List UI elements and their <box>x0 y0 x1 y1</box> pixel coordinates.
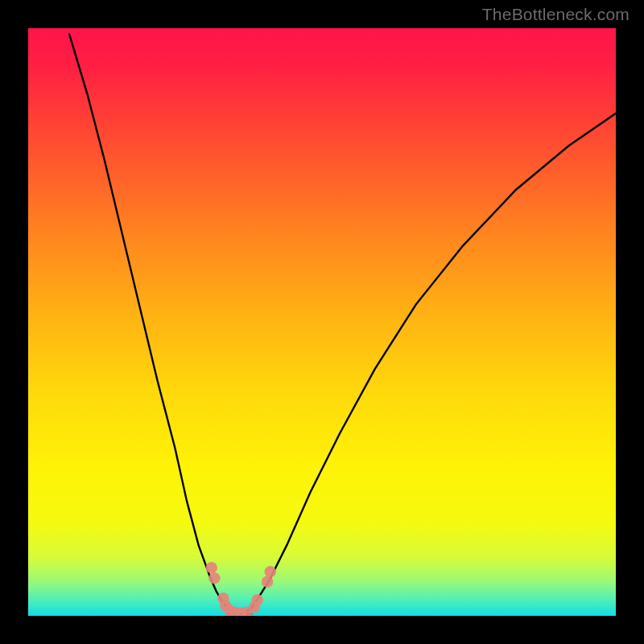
highlight-dot <box>206 562 217 573</box>
plot-area <box>28 28 616 616</box>
highlight-dot <box>208 572 220 584</box>
curve-svg <box>28 28 616 616</box>
highlight-dot <box>262 576 273 587</box>
highlight-dot <box>265 566 276 577</box>
highlight-dot <box>252 594 263 605</box>
watermark-text: TheBottleneck.com <box>482 5 630 24</box>
curve-left-curve <box>69 34 233 612</box>
curve-right-curve <box>246 114 616 612</box>
chart-container: TheBottleneck.com <box>0 0 644 644</box>
